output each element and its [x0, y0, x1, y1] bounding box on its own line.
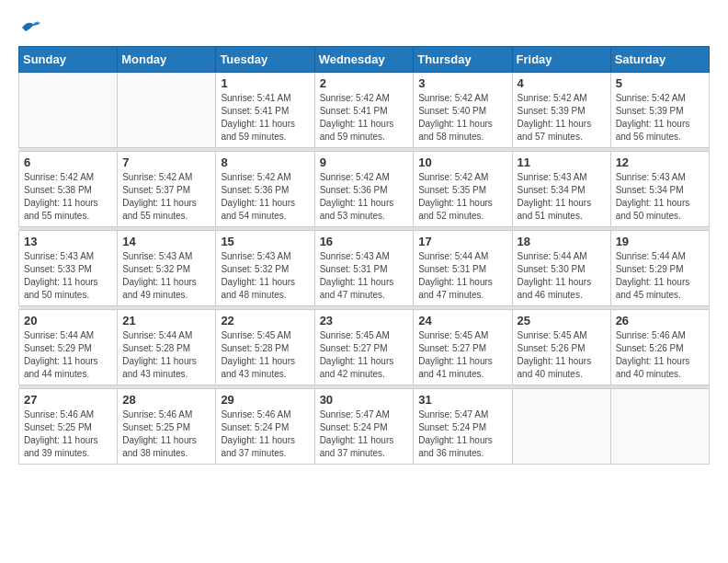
day-number: 2 [320, 76, 409, 90]
calendar-cell [118, 73, 216, 148]
calendar-cell: 29Sunrise: 5:46 AM Sunset: 5:24 PM Dayli… [216, 389, 314, 465]
calendar-cell: 20Sunrise: 5:44 AM Sunset: 5:29 PM Dayli… [19, 310, 118, 385]
calendar-cell: 4Sunrise: 5:42 AM Sunset: 5:39 PM Daylig… [512, 73, 610, 148]
page-header [18, 18, 710, 37]
day-number: 31 [418, 393, 506, 407]
day-number: 21 [122, 314, 210, 327]
week-row-5: 27Sunrise: 5:46 AM Sunset: 5:25 PM Dayli… [19, 389, 710, 465]
day-info: Sunrise: 5:44 AM Sunset: 5:29 PM Dayligh… [616, 250, 704, 302]
day-number: 13 [24, 235, 112, 248]
calendar-cell: 7Sunrise: 5:42 AM Sunset: 5:37 PM Daylig… [118, 152, 216, 227]
calendar-cell: 30Sunrise: 5:47 AM Sunset: 5:24 PM Dayli… [314, 389, 414, 465]
day-number: 10 [418, 155, 506, 169]
day-info: Sunrise: 5:46 AM Sunset: 5:24 PM Dayligh… [221, 408, 309, 460]
day-info: Sunrise: 5:43 AM Sunset: 5:34 PM Dayligh… [518, 171, 606, 223]
calendar-cell: 12Sunrise: 5:43 AM Sunset: 5:34 PM Dayli… [610, 152, 709, 227]
day-number: 14 [122, 235, 210, 248]
calendar-cell: 16Sunrise: 5:43 AM Sunset: 5:31 PM Dayli… [314, 231, 414, 306]
logo-bird-icon [20, 18, 42, 37]
day-number: 12 [616, 155, 704, 169]
day-info: Sunrise: 5:44 AM Sunset: 5:29 PM Dayligh… [24, 329, 112, 381]
day-number: 3 [418, 76, 506, 90]
week-row-3: 13Sunrise: 5:43 AM Sunset: 5:33 PM Dayli… [19, 231, 710, 306]
calendar-cell: 18Sunrise: 5:44 AM Sunset: 5:30 PM Dayli… [512, 231, 610, 306]
day-number: 18 [518, 235, 606, 248]
day-info: Sunrise: 5:43 AM Sunset: 5:32 PM Dayligh… [122, 250, 210, 302]
calendar-cell: 14Sunrise: 5:43 AM Sunset: 5:32 PM Dayli… [118, 231, 216, 306]
day-info: Sunrise: 5:42 AM Sunset: 5:39 PM Dayligh… [518, 92, 606, 144]
day-number: 11 [518, 155, 606, 169]
day-number: 4 [518, 76, 606, 90]
day-info: Sunrise: 5:42 AM Sunset: 5:36 PM Dayligh… [221, 171, 309, 223]
calendar-cell: 15Sunrise: 5:43 AM Sunset: 5:32 PM Dayli… [216, 231, 314, 306]
day-info: Sunrise: 5:43 AM Sunset: 5:32 PM Dayligh… [221, 250, 309, 302]
day-number: 19 [616, 235, 704, 248]
day-info: Sunrise: 5:41 AM Sunset: 5:41 PM Dayligh… [221, 92, 309, 144]
week-row-1: 1Sunrise: 5:41 AM Sunset: 5:41 PM Daylig… [19, 73, 710, 148]
day-number: 9 [320, 155, 409, 169]
calendar-cell: 17Sunrise: 5:44 AM Sunset: 5:31 PM Dayli… [414, 231, 512, 306]
day-info: Sunrise: 5:44 AM Sunset: 5:31 PM Dayligh… [418, 250, 506, 302]
day-info: Sunrise: 5:47 AM Sunset: 5:24 PM Dayligh… [320, 408, 409, 460]
day-info: Sunrise: 5:42 AM Sunset: 5:38 PM Dayligh… [24, 171, 112, 223]
day-info: Sunrise: 5:44 AM Sunset: 5:28 PM Dayligh… [122, 329, 210, 381]
weekday-header-monday: Monday [118, 47, 216, 73]
day-info: Sunrise: 5:42 AM Sunset: 5:39 PM Dayligh… [616, 92, 704, 144]
calendar-cell: 9Sunrise: 5:42 AM Sunset: 5:36 PM Daylig… [314, 152, 414, 227]
calendar-cell: 3Sunrise: 5:42 AM Sunset: 5:40 PM Daylig… [414, 73, 512, 148]
weekday-header-wednesday: Wednesday [314, 47, 414, 73]
calendar-cell: 22Sunrise: 5:45 AM Sunset: 5:28 PM Dayli… [216, 310, 314, 385]
calendar-cell: 8Sunrise: 5:42 AM Sunset: 5:36 PM Daylig… [216, 152, 314, 227]
day-info: Sunrise: 5:43 AM Sunset: 5:31 PM Dayligh… [320, 250, 409, 302]
day-info: Sunrise: 5:43 AM Sunset: 5:33 PM Dayligh… [24, 250, 112, 302]
calendar-cell: 19Sunrise: 5:44 AM Sunset: 5:29 PM Dayli… [610, 231, 709, 306]
day-number: 15 [221, 235, 309, 248]
day-info: Sunrise: 5:45 AM Sunset: 5:27 PM Dayligh… [418, 329, 506, 381]
weekday-header-saturday: Saturday [610, 47, 709, 73]
calendar-cell: 10Sunrise: 5:42 AM Sunset: 5:35 PM Dayli… [414, 152, 512, 227]
calendar-table: SundayMondayTuesdayWednesdayThursdayFrid… [18, 46, 710, 465]
day-info: Sunrise: 5:42 AM Sunset: 5:40 PM Dayligh… [418, 92, 506, 144]
day-info: Sunrise: 5:45 AM Sunset: 5:26 PM Dayligh… [518, 329, 606, 381]
day-info: Sunrise: 5:44 AM Sunset: 5:30 PM Dayligh… [518, 250, 606, 302]
day-number: 24 [418, 314, 506, 327]
weekday-header-thursday: Thursday [414, 47, 512, 73]
calendar-cell: 28Sunrise: 5:46 AM Sunset: 5:25 PM Dayli… [118, 389, 216, 465]
day-number: 16 [320, 235, 409, 248]
day-number: 7 [122, 155, 210, 169]
day-info: Sunrise: 5:45 AM Sunset: 5:27 PM Dayligh… [320, 329, 409, 381]
day-info: Sunrise: 5:42 AM Sunset: 5:41 PM Dayligh… [320, 92, 409, 144]
day-number: 29 [221, 393, 309, 407]
week-row-2: 6Sunrise: 5:42 AM Sunset: 5:38 PM Daylig… [19, 152, 710, 227]
day-info: Sunrise: 5:46 AM Sunset: 5:26 PM Dayligh… [616, 329, 704, 381]
calendar-cell: 26Sunrise: 5:46 AM Sunset: 5:26 PM Dayli… [610, 310, 709, 385]
day-info: Sunrise: 5:47 AM Sunset: 5:24 PM Dayligh… [418, 408, 506, 460]
logo [18, 18, 42, 37]
calendar-cell: 2Sunrise: 5:42 AM Sunset: 5:41 PM Daylig… [314, 73, 414, 148]
day-info: Sunrise: 5:42 AM Sunset: 5:37 PM Dayligh… [122, 171, 210, 223]
day-number: 17 [418, 235, 506, 248]
day-info: Sunrise: 5:46 AM Sunset: 5:25 PM Dayligh… [24, 408, 112, 460]
day-info: Sunrise: 5:42 AM Sunset: 5:35 PM Dayligh… [418, 171, 506, 223]
weekday-header-tuesday: Tuesday [216, 47, 314, 73]
calendar-cell: 27Sunrise: 5:46 AM Sunset: 5:25 PM Dayli… [19, 389, 118, 465]
day-info: Sunrise: 5:45 AM Sunset: 5:28 PM Dayligh… [221, 329, 309, 381]
calendar-cell [512, 389, 610, 465]
weekday-header-row: SundayMondayTuesdayWednesdayThursdayFrid… [19, 47, 710, 73]
day-info: Sunrise: 5:42 AM Sunset: 5:36 PM Dayligh… [320, 171, 409, 223]
calendar-cell [19, 73, 118, 148]
calendar-cell: 23Sunrise: 5:45 AM Sunset: 5:27 PM Dayli… [314, 310, 414, 385]
day-number: 1 [221, 76, 309, 90]
calendar-cell: 24Sunrise: 5:45 AM Sunset: 5:27 PM Dayli… [414, 310, 512, 385]
day-info: Sunrise: 5:46 AM Sunset: 5:25 PM Dayligh… [122, 408, 210, 460]
day-number: 30 [320, 393, 409, 407]
calendar-cell: 31Sunrise: 5:47 AM Sunset: 5:24 PM Dayli… [414, 389, 512, 465]
weekday-header-sunday: Sunday [19, 47, 118, 73]
calendar-cell: 13Sunrise: 5:43 AM Sunset: 5:33 PM Dayli… [19, 231, 118, 306]
day-number: 8 [221, 155, 309, 169]
calendar-cell: 11Sunrise: 5:43 AM Sunset: 5:34 PM Dayli… [512, 152, 610, 227]
day-number: 27 [24, 393, 112, 407]
calendar-cell: 21Sunrise: 5:44 AM Sunset: 5:28 PM Dayli… [118, 310, 216, 385]
day-number: 20 [24, 314, 112, 327]
week-row-4: 20Sunrise: 5:44 AM Sunset: 5:29 PM Dayli… [19, 310, 710, 385]
